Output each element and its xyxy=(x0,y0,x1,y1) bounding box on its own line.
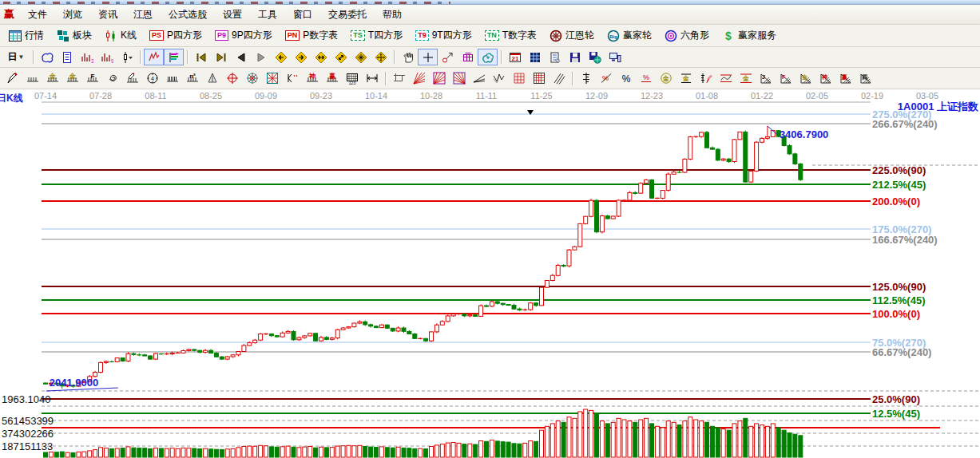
box-tool-button[interactable] xyxy=(389,70,409,87)
menu-item-6[interactable]: 工具 xyxy=(250,6,285,22)
first-page-button[interactable] xyxy=(191,49,211,65)
ruler-button[interactable] xyxy=(22,70,42,87)
red-grid2-button[interactable] xyxy=(529,70,549,87)
f-ruler-button[interactable]: F xyxy=(82,70,102,87)
target-button[interactable] xyxy=(222,70,242,87)
menu-bar: 赢 文件浏览资讯江恩公式选股设置工具窗口交易委托帮助 xyxy=(0,5,980,25)
zigzag-button[interactable] xyxy=(489,70,509,87)
angle-four-button[interactable]: 四 xyxy=(855,70,875,87)
pattern-search-button[interactable] xyxy=(144,49,164,65)
wave-channel-icon xyxy=(720,72,732,85)
p-number-button[interactable]: PNP数字表 xyxy=(279,27,345,44)
span-arrows-button[interactable] xyxy=(362,70,382,87)
fan-box-button[interactable] xyxy=(429,70,449,87)
p-square-button[interactable]: PSP四方形 xyxy=(143,27,208,44)
draw-pen-button[interactable] xyxy=(2,70,22,87)
gold-bars-button[interactable]: 金 xyxy=(676,70,696,87)
kline-button[interactable]: K线 xyxy=(98,27,143,44)
menu-item-8[interactable]: 交易委托 xyxy=(320,6,375,22)
gift-tool-button[interactable] xyxy=(458,49,478,65)
web-box-button[interactable] xyxy=(262,70,282,87)
hand-button[interactable] xyxy=(398,49,418,65)
diamond-xswap-button[interactable] xyxy=(331,49,351,65)
hexagon-button[interactable]: 六角形 xyxy=(658,27,716,44)
web-save-button[interactable] xyxy=(585,49,605,65)
winner-wheel-button[interactable]: Big赢家轮 xyxy=(601,27,658,44)
save-button[interactable] xyxy=(565,49,585,65)
gold-ruler2-button[interactable]: 金 xyxy=(62,70,82,87)
v-pen-button[interactable] xyxy=(696,70,716,87)
quotes-button[interactable]: 行情 xyxy=(2,27,50,44)
menu-item-0[interactable]: 文件 xyxy=(20,6,55,22)
calendar-button[interactable]: 21 xyxy=(505,49,525,65)
info-doc-button[interactable] xyxy=(57,49,77,65)
p9-square-button[interactable]: P99P四方形 xyxy=(208,27,279,44)
ying-ruler-button[interactable]: 赢 xyxy=(322,70,342,87)
note-button[interactable] xyxy=(545,49,565,65)
menu-item-2[interactable]: 资讯 xyxy=(90,6,125,22)
color-histogram-button[interactable] xyxy=(164,49,184,65)
angle-gold-button[interactable]: 金 xyxy=(796,70,815,87)
angle-j-button[interactable]: J xyxy=(756,70,776,87)
gann-wheel-button[interactable]: 江恩轮 xyxy=(543,27,601,44)
diamond-hswap-button[interactable] xyxy=(311,49,331,65)
diamond-cross-button[interactable] xyxy=(371,49,391,65)
prev-page-button[interactable] xyxy=(231,49,251,65)
dense-ruler-button[interactable] xyxy=(162,70,182,87)
matrix-button[interactable] xyxy=(525,49,545,65)
sectors-button[interactable]: 板块 xyxy=(50,27,98,44)
winner-service-button[interactable]: $赢家服务 xyxy=(716,27,783,44)
next-page-button[interactable] xyxy=(251,49,271,65)
angle-f-button[interactable]: F xyxy=(776,70,796,87)
candle-style-button[interactable] xyxy=(117,49,137,65)
t-square-button[interactable]: TST四方形 xyxy=(344,27,409,44)
bars9-button[interactable]: 9 xyxy=(97,49,117,65)
gold-ruler-button[interactable]: 金 xyxy=(42,70,62,87)
network-button[interactable] xyxy=(37,49,57,65)
menu-item-3[interactable]: 江恩 xyxy=(125,6,161,22)
diamond-right-button[interactable] xyxy=(291,49,311,65)
menu-item-4[interactable]: 公式选股 xyxy=(161,6,215,22)
tag-pen-button[interactable] xyxy=(438,49,458,65)
angle-shen-button[interactable]: 神 xyxy=(815,70,835,87)
k-marks-button[interactable] xyxy=(282,70,302,87)
diamond-left-button[interactable] xyxy=(271,49,291,65)
grid-ruler-button[interactable]: 123 xyxy=(342,70,362,87)
gold-circle-button[interactable]: 金 xyxy=(656,70,676,87)
diamond-star-button[interactable] xyxy=(351,49,371,65)
menu-item-1[interactable]: 浏览 xyxy=(55,6,90,22)
red-grid-button[interactable] xyxy=(509,70,529,87)
prism-button[interactable] xyxy=(202,70,222,87)
radial-web-button[interactable] xyxy=(242,70,262,87)
pct-ruler-button[interactable]: % xyxy=(596,70,616,87)
t9-square-button[interactable]: T99T四方形 xyxy=(409,27,478,44)
rays-button[interactable] xyxy=(469,70,489,87)
menu-item-5[interactable]: 设置 xyxy=(215,6,250,22)
spiral-button[interactable] xyxy=(102,70,122,87)
period-day-button[interactable]: 日▼ xyxy=(2,49,30,65)
menu-item-9[interactable]: 帮助 xyxy=(375,6,410,22)
percent-button[interactable]: % xyxy=(616,70,636,87)
brain-tool-button[interactable] xyxy=(478,49,498,65)
n2-ruler-button[interactable]: n² xyxy=(182,70,202,87)
fan-box2-button[interactable] xyxy=(449,70,469,87)
pen-ruler-button[interactable] xyxy=(122,70,142,87)
wave-channel-button[interactable] xyxy=(716,70,736,87)
parallel-button[interactable] xyxy=(549,70,569,87)
angle-ying-button[interactable]: 赢 xyxy=(835,70,855,87)
v-scale-button[interactable] xyxy=(576,70,596,87)
last-page-button[interactable] xyxy=(211,49,231,65)
pct-line-button[interactable]: % xyxy=(636,70,656,87)
t-number-button[interactable]: TNT数字表 xyxy=(478,27,543,44)
gold-channel-button[interactable]: 金 xyxy=(736,70,756,87)
bars3-button[interactable]: 3 xyxy=(77,49,97,65)
gold-bars-icon: 金 xyxy=(680,72,692,85)
gann-fan-button[interactable] xyxy=(409,70,429,87)
crosshair-button[interactable] xyxy=(418,49,438,65)
menu-item-7[interactable]: 窗口 xyxy=(285,6,320,22)
shen-ruler-button[interactable]: 神 xyxy=(302,70,322,87)
kline-chart[interactable]: 275.0%(270)266.67%(240)225.0%(90)212.5%(… xyxy=(0,89,980,458)
time-circle-button[interactable]: 4 xyxy=(142,70,162,87)
workstation-button[interactable] xyxy=(605,49,625,65)
web-box-icon xyxy=(266,72,279,85)
